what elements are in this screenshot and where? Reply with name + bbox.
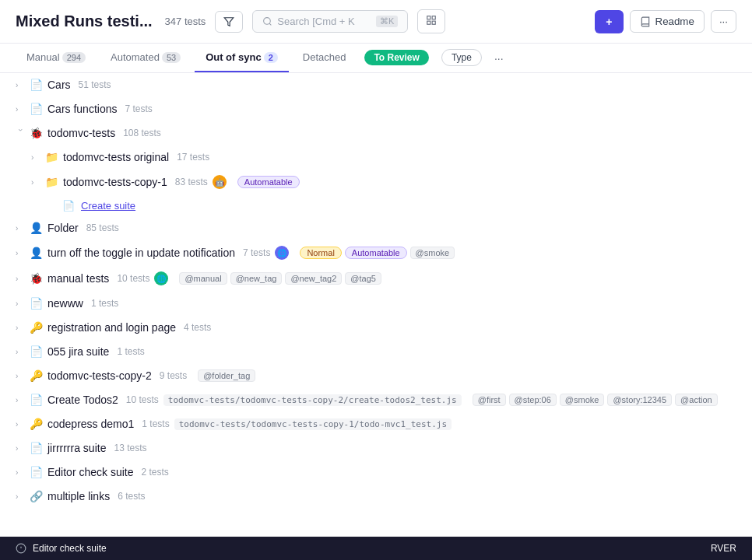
svg-marker-0 xyxy=(225,17,234,26)
chevron-icon: › xyxy=(16,275,25,283)
search-bar[interactable]: Search [Cmd + K ⌘K xyxy=(252,10,408,33)
create-suite-link[interactable]: Create suite xyxy=(81,200,135,212)
tag-new-tag2: @new_tag2 xyxy=(285,272,342,285)
list-item[interactable]: › 📄 Cars functions 7 tests xyxy=(0,97,752,121)
chevron-icon: › xyxy=(16,372,25,380)
tag-smoke: @smoke xyxy=(560,394,605,406)
svg-rect-6 xyxy=(427,21,430,24)
chevron-icon: › xyxy=(16,492,25,501)
svg-line-2 xyxy=(269,23,271,25)
list-item[interactable]: › 🐞 manual tests 10 tests 🌐 @manual @new… xyxy=(0,266,752,292)
add-button[interactable]: + xyxy=(595,10,623,33)
chevron-icon: › xyxy=(16,348,25,356)
list-item[interactable]: › 📄 055 jira suite 1 tests xyxy=(0,340,752,364)
tag-new-tag: @new_tag xyxy=(230,272,283,285)
svg-rect-4 xyxy=(433,16,436,19)
list-item[interactable]: › 🔑 codepress demo1 1 tests todomvc-test… xyxy=(0,412,752,436)
search-shortcut: ⌘K xyxy=(376,16,398,27)
chevron-icon: › xyxy=(16,299,25,308)
list-item[interactable]: › 🔗 multiple links 6 tests xyxy=(0,485,752,509)
tab-type[interactable]: Type xyxy=(437,45,487,71)
list-item[interactable]: › 👤 Folder 85 tests xyxy=(0,216,752,240)
page-title: Mixed Runs testi... xyxy=(16,12,153,30)
list-item[interactable]: › 👤 turn off the toggle in update notifi… xyxy=(0,240,752,266)
tag-automatable: Automatable xyxy=(345,247,407,259)
chevron-icon: › xyxy=(16,420,25,429)
tag-normal: Normal xyxy=(300,247,341,259)
tag-manual: @manual xyxy=(179,272,227,285)
list-item[interactable]: › 🔑 todomvc-tests-copy-2 9 tests @folder… xyxy=(0,364,752,388)
avatar: 🌐 xyxy=(275,246,289,260)
avatar: 🤖 xyxy=(213,175,227,189)
list-item[interactable]: › 📄 newww 1 tests xyxy=(0,292,752,316)
tab-more[interactable]: ··· xyxy=(490,44,508,72)
chevron-icon: › xyxy=(31,153,40,162)
tag-automatable: Automatable xyxy=(237,176,300,188)
edit-icon xyxy=(426,15,437,26)
chevron-icon: › xyxy=(16,396,25,404)
more-button[interactable]: ··· xyxy=(711,10,736,33)
filter-button[interactable] xyxy=(215,11,243,33)
tag-first: @first xyxy=(473,394,506,406)
svg-rect-5 xyxy=(433,21,436,24)
header: Mixed Runs testi... 347 tests Search [Cm… xyxy=(0,0,752,44)
list-item[interactable]: › 📁 todomvc-tests original 17 tests xyxy=(0,145,752,170)
chevron-icon: › xyxy=(16,105,25,114)
tab-automated[interactable]: Automated53 xyxy=(100,44,192,72)
tag-smoke: @smoke xyxy=(410,247,455,259)
filter-icon xyxy=(223,16,234,27)
book-icon xyxy=(640,16,651,27)
list-item[interactable]: › 🐞 todomvc-tests 108 tests xyxy=(0,121,752,145)
chevron-icon: › xyxy=(16,468,25,477)
chevron-icon: › xyxy=(31,178,40,187)
avatar: 🌐 xyxy=(154,271,168,285)
svg-point-1 xyxy=(264,18,271,25)
chevron-icon: › xyxy=(16,224,25,233)
tag-list: Normal Automatable @smoke xyxy=(300,247,455,259)
chevron-icon: › xyxy=(16,324,25,332)
test-count: 347 tests xyxy=(165,16,206,27)
content-area: › 📄 Cars 51 tests › 📄 Cars functions 7 t… xyxy=(0,73,752,509)
header-actions: + Readme ··· xyxy=(595,10,736,33)
tag-action: @action xyxy=(675,394,718,406)
edit-button[interactable] xyxy=(417,9,445,33)
tab-out-of-sync[interactable]: Out of sync2 xyxy=(195,44,289,72)
create-suite-row[interactable]: 📄 Create suite xyxy=(0,195,752,216)
tabs-bar: Manual294 Automated53 Out of sync2 Detac… xyxy=(0,44,752,73)
tag-step: @step:06 xyxy=(509,394,557,406)
search-icon xyxy=(262,16,272,26)
tag-list: @folder_tag xyxy=(198,369,255,382)
tag-list: @first @step:06 @smoke @story:12345 @act… xyxy=(473,394,718,406)
readme-label: Readme xyxy=(655,16,694,27)
chevron-icon: › xyxy=(16,81,25,89)
tag-list: Automatable xyxy=(237,176,300,188)
tab-to-review[interactable]: To Review xyxy=(360,45,433,71)
readme-button[interactable]: Readme xyxy=(630,10,705,33)
tag-tag5: @tag5 xyxy=(345,272,381,285)
chevron-icon: › xyxy=(16,249,25,257)
tag-folder-tag: @folder_tag xyxy=(198,369,255,382)
svg-rect-3 xyxy=(427,16,430,19)
search-placeholder: Search [Cmd + K xyxy=(277,16,354,27)
tag-path: todomvc-tests/todomvc-tests-copy-1/todo-… xyxy=(174,418,452,430)
chevron-icon: › xyxy=(16,128,25,138)
list-item[interactable]: › 📄 Editor check suite 2 tests xyxy=(0,460,752,485)
tab-detached[interactable]: Detached xyxy=(292,44,357,72)
file-icon: 📄 xyxy=(62,200,75,212)
list-item[interactable]: › 📄 Create Todos2 10 tests todomvc-tests… xyxy=(0,388,752,412)
list-item[interactable]: › 📄 Cars 51 tests xyxy=(0,73,752,97)
tag-story: @story:12345 xyxy=(607,394,672,406)
tag-path: todomvc-tests/todomvc-tests-copy-2/creat… xyxy=(163,394,462,406)
list-item[interactable]: › 📄 jirrrrrra suite 13 tests xyxy=(0,436,752,460)
list-item[interactable]: › 📁 todomvc-tests-copy-1 83 tests 🤖 Auto… xyxy=(0,170,752,195)
chevron-icon: › xyxy=(16,444,25,453)
tag-list: @manual @new_tag @new_tag2 @tag5 xyxy=(179,272,381,285)
list-item[interactable]: › 🔑 registration and login page 4 tests xyxy=(0,316,752,340)
tab-manual[interactable]: Manual294 xyxy=(16,44,97,72)
